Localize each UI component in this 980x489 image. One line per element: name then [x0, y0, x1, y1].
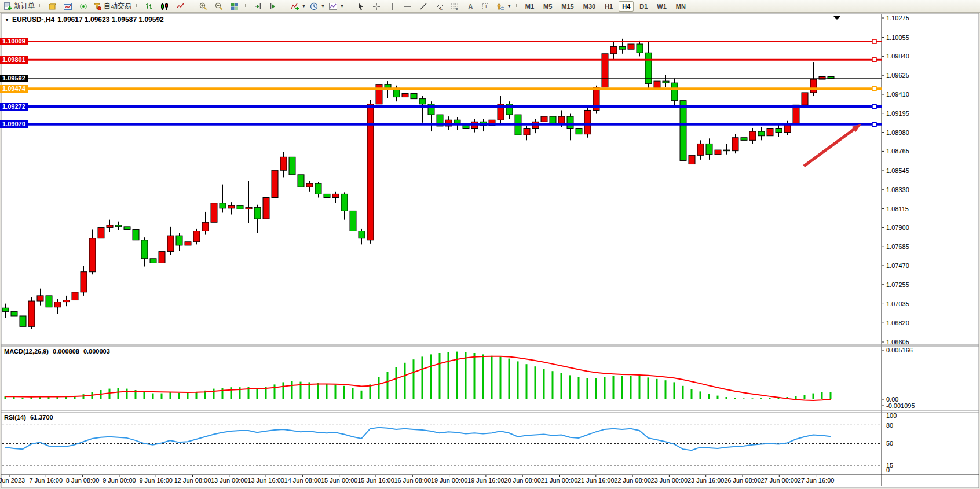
toolbar-group-windows: 自动交易	[36, 0, 133, 13]
toolbar-group-chart-types	[133, 0, 188, 13]
chart-window-icon	[63, 2, 72, 11]
timeframe-m15[interactable]: M15	[558, 1, 577, 12]
new-order-icon	[3, 2, 12, 11]
timeframe-m1[interactable]: M1	[522, 1, 537, 12]
vline-icon	[387, 2, 397, 11]
chevron-down-icon[interactable]: ▼	[340, 4, 344, 8]
toolbar-button-fibonacci[interactable]: F	[447, 0, 463, 13]
chart-title-quotes: 1.09617 1.09623 1.09587 1.09592	[57, 16, 164, 24]
toolbar-group-tools: EFAT▼	[346, 0, 513, 13]
chart-title: ▼ EURUSD-,H4 1.09617 1.09623 1.09587 1.0…	[5, 16, 164, 24]
svg-text:E: E	[440, 7, 443, 10]
rsi-pane-label: RSI(14) 61.3700	[4, 414, 53, 421]
toolbar-button-horizontal-line[interactable]	[400, 0, 416, 13]
chart-shift-icon	[269, 2, 278, 11]
line-chart-icon	[175, 2, 185, 11]
svg-text:T: T	[485, 3, 488, 9]
toolbar-button-label: 自动交易	[104, 1, 131, 11]
shapes-icon	[496, 2, 505, 11]
toolbar-button-equidistant-channel[interactable]: E	[432, 0, 447, 13]
macd-label: MACD(12,26,9)	[4, 348, 49, 355]
toolbar-separator	[136, 2, 139, 10]
periods-icon	[309, 2, 319, 11]
toolbar-button-auto-trading[interactable]: 自动交易	[91, 0, 133, 13]
toolbar-separator	[284, 2, 287, 10]
toolbar-button-trendline[interactable]	[416, 0, 432, 13]
toolbar-button-crosshair[interactable]	[369, 0, 385, 13]
timeframe-h1[interactable]: H1	[601, 1, 616, 12]
autotrade-icon	[93, 2, 102, 11]
svg-text:A: A	[468, 2, 473, 10]
bars-icon	[144, 2, 153, 11]
chevron-down-icon[interactable]: ▼	[321, 4, 325, 8]
toolbar-group-order: 新订单	[1, 0, 36, 13]
candles-icon	[160, 2, 169, 11]
toolbar-separator	[191, 2, 193, 10]
signal-icon	[79, 2, 88, 11]
tile-windows-icon	[230, 2, 239, 11]
crosshair-icon	[372, 2, 381, 11]
timeframe-d1[interactable]: D1	[636, 1, 651, 12]
toolbar-group-dropdowns: ▼▼▼	[281, 0, 346, 13]
macd-value: 0.000808	[53, 348, 79, 355]
zoom-out-icon	[214, 2, 224, 11]
toolbar-button-zoom-in[interactable]	[195, 0, 211, 13]
timeframe-m30[interactable]: M30	[580, 1, 599, 12]
toolbar-button-auto-scroll[interactable]	[250, 0, 265, 13]
toolbar-button-line-chart[interactable]	[172, 0, 188, 13]
indicators-icon	[290, 2, 299, 11]
chart-canvas	[0, 0, 980, 489]
toolbar-button-templates[interactable]: ▼	[327, 0, 346, 13]
yellow-cube-icon	[47, 2, 57, 11]
macd-pane-label: MACD(12,26,9) 0.000808 0.000003	[4, 348, 110, 355]
toolbar-button-text[interactable]: A	[463, 0, 478, 13]
toolbar-button-text-label[interactable]: T	[478, 0, 494, 13]
toolbar-button-new-chart[interactable]	[60, 0, 75, 13]
toolbar-button-label: 新订单	[14, 1, 35, 11]
toolbar-group-scroll	[242, 0, 281, 13]
fibonacci-icon: F	[450, 2, 459, 11]
toolbar-button-zoom-out[interactable]	[211, 0, 226, 13]
toolbar-button-chart-shift[interactable]	[265, 0, 281, 13]
toolbar-separator	[516, 2, 519, 10]
templates-icon	[328, 2, 338, 11]
channel-icon: E	[434, 2, 444, 11]
trendline-icon	[419, 2, 428, 11]
chevron-down-icon[interactable]: ▼	[507, 4, 511, 8]
text-icon: A	[466, 2, 475, 11]
hline-icon	[403, 2, 412, 11]
chart-menu-icon[interactable]: ▼	[5, 17, 9, 23]
timeframe-m5[interactable]: M5	[540, 1, 555, 12]
toolbar-button-new-order[interactable]: 新订单	[1, 0, 36, 13]
toolbar: 新订单自动交易▼▼▼EFAT▼M1M5M15M30H1H4D1W1MN	[0, 0, 980, 13]
auto-scroll-icon	[253, 2, 262, 11]
macd-signal-value: 0.000003	[83, 348, 110, 355]
chevron-down-icon[interactable]: ▼	[302, 4, 306, 8]
cursor-icon	[356, 2, 365, 11]
chart-title-symbol: EURUSD-,H4	[12, 16, 54, 24]
label-icon: T	[481, 2, 491, 11]
toolbar-button-tile-windows[interactable]	[226, 0, 242, 13]
toolbar-button-bar-chart[interactable]	[141, 0, 156, 13]
toolbar-button-candlestick-chart[interactable]	[156, 0, 172, 13]
toolbar-separator	[39, 2, 42, 10]
toolbar-group-zoom	[188, 0, 242, 13]
svg-text:F: F	[456, 8, 458, 11]
toolbar-separator	[349, 2, 352, 10]
toolbar-button-indicators[interactable]: ▼	[288, 0, 308, 13]
timeframe-mn[interactable]: MN	[672, 1, 689, 12]
rsi-label: RSI(14)	[4, 414, 26, 421]
toolbar-button-signals[interactable]	[75, 0, 91, 13]
timeframe-w1[interactable]: W1	[653, 1, 670, 12]
rsi-value: 61.3700	[30, 414, 53, 421]
timeframe-h4[interactable]: H4	[619, 1, 634, 12]
toolbar-button-arrows[interactable]: ▼	[494, 0, 513, 13]
toolbar-button-cursor[interactable]	[353, 0, 369, 13]
zoom-in-icon	[199, 2, 208, 11]
toolbar-button-market-watch[interactable]	[44, 0, 60, 13]
toolbar-separator	[245, 2, 248, 10]
toolbar-button-periods[interactable]: ▼	[308, 0, 327, 13]
mt4-application: 新订单自动交易▼▼▼EFAT▼M1M5M15M30H1H4D1W1MN 1 1.…	[0, 0, 980, 489]
toolbar-button-vertical-line[interactable]	[385, 0, 400, 13]
